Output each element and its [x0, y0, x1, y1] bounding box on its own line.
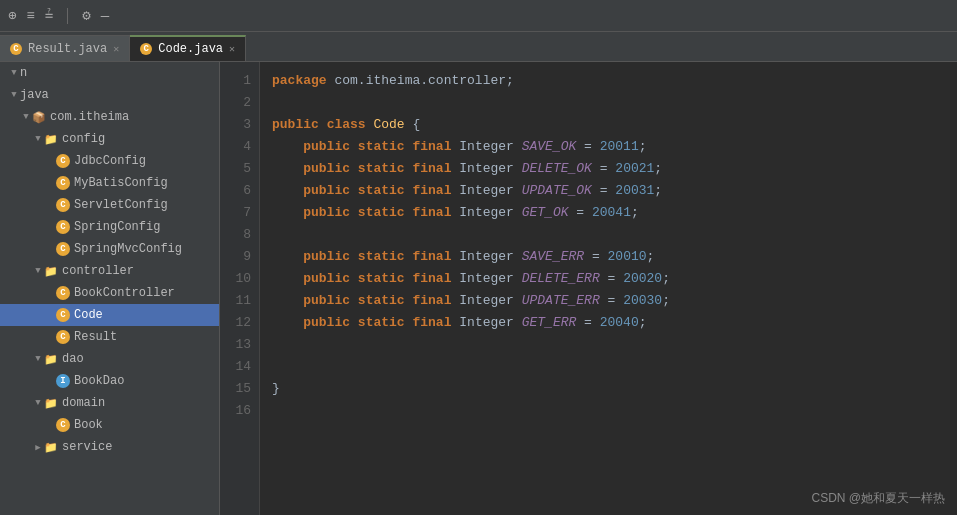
tab-code[interactable]: C Code.java ✕	[130, 35, 246, 61]
toolbar-icon-settings[interactable]: ⚙	[82, 7, 90, 24]
code-line-11: public static final Integer UPDATE_ERR =…	[272, 290, 945, 312]
sidebar-item-book[interactable]: C Book	[0, 414, 219, 436]
code-editor[interactable]: 12345 678910 1112131415 16 package com.i…	[220, 62, 957, 515]
arrow-controller	[32, 266, 44, 276]
line-numbers: 12345 678910 1112131415 16	[220, 62, 260, 515]
toolbar: ⊕ ≡ ≟ ⚙ —	[0, 0, 957, 32]
sidebar-item-springmvcconfig[interactable]: C SpringMvcConfig	[0, 238, 219, 260]
toolbar-icon-web[interactable]: ⊕	[8, 7, 16, 24]
arrow-config	[32, 134, 44, 144]
sidebar-item-n[interactable]: n	[0, 62, 219, 84]
toolbar-icon-minimize[interactable]: —	[101, 8, 109, 24]
class-icon-mybatisconfig: C	[56, 176, 70, 190]
folder-icon-domain: 📁	[44, 397, 58, 410]
toolbar-separator	[67, 8, 68, 24]
folder-icon-controller: 📁	[44, 265, 58, 278]
toolbar-icon-diff[interactable]: ≟	[45, 7, 53, 24]
sidebar-item-mybatisconfig[interactable]: C MyBatisConfig	[0, 172, 219, 194]
tab-result[interactable]: C Result.java ✕	[0, 35, 130, 61]
label-dao: dao	[62, 352, 84, 366]
label-service: service	[62, 440, 112, 454]
tab-icon-code: C	[140, 43, 152, 55]
sidebar-item-code[interactable]: C Code	[0, 304, 219, 326]
code-line-7: public static final Integer GET_OK = 200…	[272, 202, 945, 224]
arrow-dao	[32, 354, 44, 364]
label-book: Book	[74, 418, 103, 432]
label-domain: domain	[62, 396, 105, 410]
class-icon-code: C	[56, 308, 70, 322]
interface-icon-bookdao: I	[56, 374, 70, 388]
label-java: java	[20, 88, 49, 102]
sidebar-item-servletconfig[interactable]: C ServletConfig	[0, 194, 219, 216]
code-line-8	[272, 224, 945, 246]
code-line-1: package com.itheima.controller;	[272, 70, 945, 92]
label-bookdao: BookDao	[74, 374, 124, 388]
sidebar-item-bookcontroller[interactable]: C BookController	[0, 282, 219, 304]
sidebar-item-jdbcconfig[interactable]: C JdbcConfig	[0, 150, 219, 172]
folder-icon-config: 📁	[44, 133, 58, 146]
label-springmvcconfig: SpringMvcConfig	[74, 242, 182, 256]
code-content: package com.itheima.controller; public c…	[260, 62, 957, 515]
sidebar-item-domain[interactable]: 📁 domain	[0, 392, 219, 414]
main-area: n java 📦 com.itheima 📁 config C JdbcConf…	[0, 62, 957, 515]
tabs-bar: C Result.java ✕ C Code.java ✕	[0, 32, 957, 62]
code-line-5: public static final Integer DELETE_OK = …	[272, 158, 945, 180]
label-mybatisconfig: MyBatisConfig	[74, 176, 168, 190]
code-line-10: public static final Integer DELETE_ERR =…	[272, 268, 945, 290]
label-com-itheima: com.itheima	[50, 110, 129, 124]
label-springconfig: SpringConfig	[74, 220, 160, 234]
code-line-14	[272, 356, 945, 378]
code-line-15: }	[272, 378, 945, 400]
tab-label-result: Result.java	[28, 42, 107, 56]
arrow-service	[32, 442, 44, 453]
sidebar-item-java[interactable]: java	[0, 84, 219, 106]
sidebar-item-controller[interactable]: 📁 controller	[0, 260, 219, 282]
code-line-16	[272, 400, 945, 422]
class-icon-springconfig: C	[56, 220, 70, 234]
sidebar-item-config[interactable]: 📁 config	[0, 128, 219, 150]
folder-icon-com-itheima: 📦	[32, 111, 46, 124]
code-line-2	[272, 92, 945, 114]
class-icon-springmvcconfig: C	[56, 242, 70, 256]
code-line-13	[272, 334, 945, 356]
code-container: 12345 678910 1112131415 16 package com.i…	[220, 62, 957, 515]
label-controller: controller	[62, 264, 134, 278]
sidebar-item-bookdao[interactable]: I BookDao	[0, 370, 219, 392]
folder-icon-service: 📁	[44, 441, 58, 454]
folder-icon-dao: 📁	[44, 353, 58, 366]
code-line-12: public static final Integer GET_ERR = 20…	[272, 312, 945, 334]
class-icon-result: C	[56, 330, 70, 344]
label-n: n	[20, 66, 27, 80]
sidebar-item-springconfig[interactable]: C SpringConfig	[0, 216, 219, 238]
sidebar-item-com-itheima[interactable]: 📦 com.itheima	[0, 106, 219, 128]
label-code: Code	[74, 308, 103, 322]
sidebar-item-result[interactable]: C Result	[0, 326, 219, 348]
toolbar-icon-list[interactable]: ≡	[26, 8, 34, 24]
label-servletconfig: ServletConfig	[74, 198, 168, 212]
tab-close-code[interactable]: ✕	[229, 43, 235, 55]
class-icon-bookcontroller: C	[56, 286, 70, 300]
code-line-9: public static final Integer SAVE_ERR = 2…	[272, 246, 945, 268]
arrow-java	[8, 90, 20, 100]
label-jdbcconfig: JdbcConfig	[74, 154, 146, 168]
sidebar-item-dao[interactable]: 📁 dao	[0, 348, 219, 370]
arrow-com-itheima	[20, 112, 32, 122]
label-bookcontroller: BookController	[74, 286, 175, 300]
sidebar: n java 📦 com.itheima 📁 config C JdbcConf…	[0, 62, 220, 515]
code-line-6: public static final Integer UPDATE_OK = …	[272, 180, 945, 202]
tab-icon-result: C	[10, 43, 22, 55]
tab-close-result[interactable]: ✕	[113, 43, 119, 55]
code-line-3: public class Code {	[272, 114, 945, 136]
class-icon-servletconfig: C	[56, 198, 70, 212]
label-result: Result	[74, 330, 117, 344]
class-icon-jdbcconfig: C	[56, 154, 70, 168]
sidebar-item-service[interactable]: 📁 service	[0, 436, 219, 458]
label-config: config	[62, 132, 105, 146]
tab-label-code: Code.java	[158, 42, 223, 56]
arrow-n	[8, 68, 20, 78]
arrow-domain	[32, 398, 44, 408]
code-line-4: public static final Integer SAVE_OK = 20…	[272, 136, 945, 158]
class-icon-book: C	[56, 418, 70, 432]
